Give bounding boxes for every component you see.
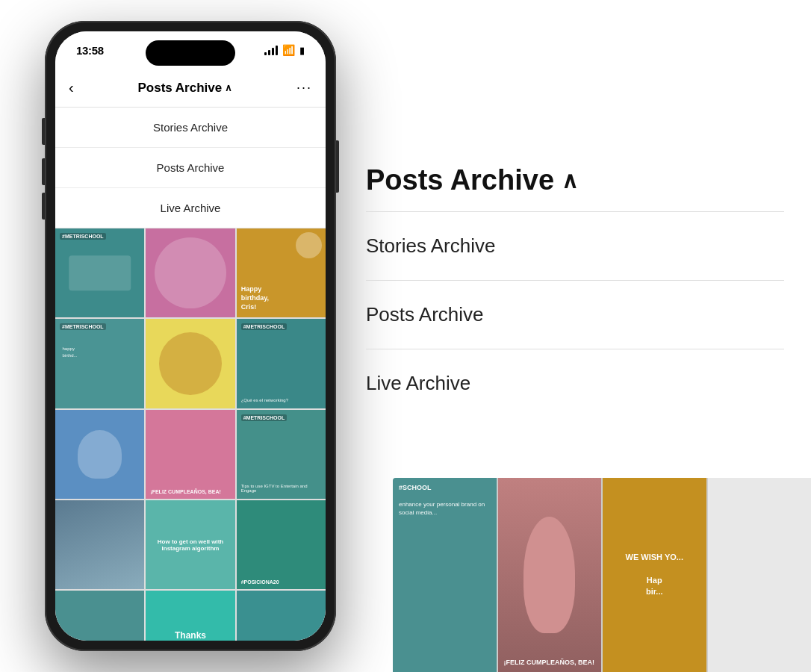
wifi-icon: 📶 xyxy=(282,44,295,56)
nav-title-text: Posts Archive xyxy=(137,81,222,96)
status-bar: 13:58 📶 ▮ xyxy=(55,31,326,69)
grid-cell[interactable]: #METRISCHOOL xyxy=(55,228,144,317)
bg-cell-photo: ¡FELIZ CUMPLEAÑOS, BEA! xyxy=(498,478,602,672)
nav-title: Posts Archive ∧ xyxy=(137,81,232,96)
grid-cell[interactable]: #METRISCHOOL Tips to use IGTV to Enterta… xyxy=(237,410,326,499)
grid-cell[interactable]: Happybirthday,Cris! xyxy=(237,228,326,317)
grid-cell[interactable]: How to get on well with Instagram algori… xyxy=(146,500,234,589)
grid-cell[interactable]: #METRISCHOOL ¿Qué es el networking? xyxy=(237,319,326,408)
grid-cell[interactable]: #POSICIONA20 xyxy=(237,591,326,641)
bg-cell: #SCHOOL enhance your personal brand on s… xyxy=(393,478,497,672)
bg-cell-empty xyxy=(708,478,812,672)
background-grid: #SCHOOL enhance your personal brand on s… xyxy=(393,478,811,672)
dropdown-posts-archive[interactable]: Posts Archive xyxy=(55,148,326,188)
dropdown-menu: Stories Archive Posts Archive Live Archi… xyxy=(55,108,326,228)
grid-cell[interactable]: #POSICIONA20 xyxy=(237,500,326,589)
bg-cell-gold: WE WISH YO...Hapbir... xyxy=(603,478,706,672)
status-icons: 📶 ▮ xyxy=(264,44,305,56)
dropdown-live-archive[interactable]: Live Archive xyxy=(55,188,326,228)
panel-stories-archive[interactable]: Stories Archive xyxy=(366,212,784,281)
phone-mockup: 13:58 📶 ▮ ‹ Posts Archive xyxy=(45,21,336,651)
grid-cell[interactable] xyxy=(146,319,234,408)
panel-title-text: Posts Archive xyxy=(366,164,554,196)
dynamic-island xyxy=(146,40,235,66)
panel-chevron-icon: ∧ xyxy=(562,167,578,193)
panel-posts-archive[interactable]: Posts Archive xyxy=(366,281,784,349)
status-time: 13:58 xyxy=(76,44,104,57)
signal-icon xyxy=(264,45,278,55)
battery-icon: ▮ xyxy=(299,45,305,56)
posts-grid: #METRISCHOOL Happybirthday,Cris! #METRIS… xyxy=(55,228,326,641)
dropdown-stories-archive[interactable]: Stories Archive xyxy=(55,108,326,148)
phone-shell: 13:58 📶 ▮ ‹ Posts Archive xyxy=(45,21,336,651)
back-button[interactable]: ‹ xyxy=(69,79,74,96)
grid-cell[interactable]: ¡FELIZ CUMPLEAÑOS, BEA! xyxy=(146,410,234,499)
grid-cell[interactable]: Thanks xyxy=(146,591,234,641)
more-options-button[interactable]: ··· xyxy=(296,80,312,96)
nav-bar: ‹ Posts Archive ∧ ··· xyxy=(55,69,326,108)
phone-screen: 13:58 📶 ▮ ‹ Posts Archive xyxy=(55,31,326,641)
grid-cell[interactable]: #POSICIONA20 xyxy=(55,591,144,641)
grid-cell[interactable] xyxy=(146,228,234,317)
nav-chevron-icon: ∧ xyxy=(225,82,232,93)
panel-title: Posts Archive ∧ xyxy=(366,164,784,196)
panel-live-archive[interactable]: Live Archive xyxy=(366,349,784,417)
right-panel: Posts Archive ∧ Stories Archive Posts Ar… xyxy=(366,164,784,417)
grid-cell[interactable]: #METRISCHOOL happybirthd... xyxy=(55,319,144,408)
grid-cell[interactable] xyxy=(55,500,144,589)
grid-cell[interactable] xyxy=(55,410,144,499)
